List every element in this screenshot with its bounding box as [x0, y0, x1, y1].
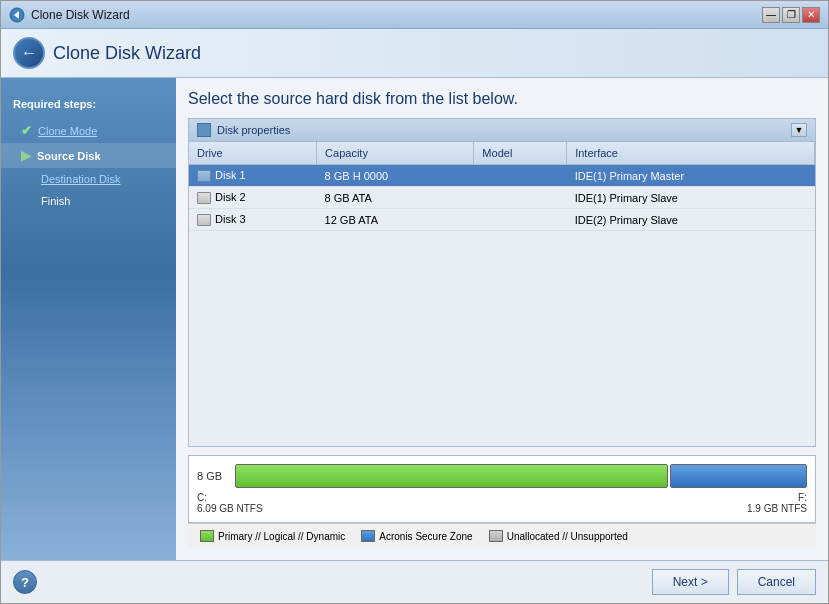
legend-acronis: Acronis Secure Zone	[361, 530, 472, 542]
legend: Primary // Logical // Dynamic Acronis Se…	[188, 523, 816, 548]
cell-interface: IDE(2) Primary Slave	[567, 209, 815, 231]
partition-info: C: 6.09 GB NTFS F: 1.9 GB NTFS	[197, 492, 807, 514]
next-button[interactable]: Next >	[652, 569, 729, 595]
app-title: Clone Disk Wizard	[53, 43, 201, 64]
legend-acronis-label: Acronis Secure Zone	[379, 531, 472, 542]
window-title: Clone Disk Wizard	[31, 8, 130, 22]
page-title: Select the source hard disk from the lis…	[188, 90, 816, 108]
clone-mode-link[interactable]: Clone Mode	[38, 125, 97, 137]
partition-bars	[235, 464, 807, 488]
title-bar: Clone Disk Wizard — ❐ ✕	[1, 1, 828, 29]
table-header-row: Drive Capacity Model Interface	[189, 142, 815, 165]
table-row[interactable]: Disk 28 GB ATAIDE(1) Primary Slave	[189, 187, 815, 209]
close-button[interactable]: ✕	[802, 7, 820, 23]
partition-c-info: C: 6.09 GB NTFS	[197, 492, 679, 514]
disk-visual: 8 GB	[197, 464, 807, 488]
legend-unallocated: Unallocated // Unsupported	[489, 530, 628, 542]
disk-icon	[197, 170, 211, 182]
partition-c-letter: C:	[197, 492, 207, 503]
disk-properties-panel: Disk properties ▼ Drive Capacity Model I…	[188, 118, 816, 447]
logo-arrow: ←	[21, 44, 37, 62]
partition-bar-f	[670, 464, 807, 488]
sidebar-item-source-disk[interactable]: ▶ Source Disk	[1, 143, 176, 168]
panel-header: Disk properties ▼	[189, 119, 815, 142]
panel-header-left: Disk properties	[197, 123, 290, 137]
disk-size-label: 8 GB	[197, 470, 227, 482]
title-bar-left: Clone Disk Wizard	[9, 7, 130, 23]
col-drive: Drive	[189, 142, 317, 165]
sidebar-item-finish[interactable]: Finish	[1, 190, 176, 212]
cell-model	[474, 209, 567, 231]
source-disk-label: Source Disk	[37, 150, 101, 162]
legend-primary: Primary // Logical // Dynamic	[200, 530, 345, 542]
restore-button[interactable]: ❐	[782, 7, 800, 23]
sidebar: Required steps: ✔ Clone Mode ▶ Source Di…	[1, 78, 176, 560]
disk-visual-panel: 8 GB C: 6.09 GB NTFS F: 1.9 GB NTFS	[188, 455, 816, 523]
finish-label: Finish	[41, 195, 70, 207]
panel-header-icon	[197, 123, 211, 137]
panel-expand-button[interactable]: ▼	[791, 123, 807, 137]
title-controls: — ❐ ✕	[762, 7, 820, 23]
sidebar-item-clone-mode[interactable]: ✔ Clone Mode	[1, 118, 176, 143]
main-content: Select the source hard disk from the lis…	[176, 78, 828, 560]
disk-icon	[197, 192, 211, 204]
minimize-button[interactable]: —	[762, 7, 780, 23]
main-window: Clone Disk Wizard — ❐ ✕ ← Clone Disk Wiz…	[0, 0, 829, 604]
cell-capacity: 8 GB ATA	[317, 187, 474, 209]
partition-c-size: 6.09 GB NTFS	[197, 503, 263, 514]
cell-interface: IDE(1) Primary Master	[567, 165, 815, 187]
panel-title: Disk properties	[217, 124, 290, 136]
cell-drive: Disk 2	[189, 187, 317, 209]
check-icon: ✔	[21, 123, 32, 138]
arrow-icon: ▶	[21, 148, 31, 163]
sidebar-header: Required steps:	[1, 94, 176, 118]
legend-blue-box	[361, 530, 375, 542]
window-icon	[9, 7, 25, 23]
destination-disk-link[interactable]: Destination Disk	[41, 173, 120, 185]
cell-model	[474, 187, 567, 209]
footer-left: ?	[13, 570, 37, 594]
footer-right: Next > Cancel	[652, 569, 816, 595]
legend-unallocated-label: Unallocated // Unsupported	[507, 531, 628, 542]
content-area: Required steps: ✔ Clone Mode ▶ Source Di…	[1, 78, 828, 560]
table-row[interactable]: Disk 18 GB H 0000IDE(1) Primary Master	[189, 165, 815, 187]
partition-f-info: F: 1.9 GB NTFS	[687, 492, 807, 514]
disk-icon	[197, 214, 211, 226]
cell-model	[474, 165, 567, 187]
cell-interface: IDE(1) Primary Slave	[567, 187, 815, 209]
legend-green-box	[200, 530, 214, 542]
legend-gray-box	[489, 530, 503, 542]
disk-table: Drive Capacity Model Interface Disk 18 G…	[189, 142, 815, 231]
footer: ? Next > Cancel	[1, 560, 828, 603]
table-row[interactable]: Disk 312 GB ATAIDE(2) Primary Slave	[189, 209, 815, 231]
partition-bar-c	[235, 464, 668, 488]
cell-drive: Disk 3	[189, 209, 317, 231]
partition-f-letter: F:	[798, 492, 807, 503]
legend-primary-label: Primary // Logical // Dynamic	[218, 531, 345, 542]
cell-capacity: 8 GB H 0000	[317, 165, 474, 187]
col-interface: Interface	[567, 142, 815, 165]
help-button[interactable]: ?	[13, 570, 37, 594]
cell-drive: Disk 1	[189, 165, 317, 187]
partition-f-size: 1.9 GB NTFS	[747, 503, 807, 514]
cancel-button[interactable]: Cancel	[737, 569, 816, 595]
col-capacity: Capacity	[317, 142, 474, 165]
logo-icon: ←	[13, 37, 45, 69]
cell-capacity: 12 GB ATA	[317, 209, 474, 231]
sidebar-item-destination-disk[interactable]: Destination Disk	[1, 168, 176, 190]
col-model: Model	[474, 142, 567, 165]
disk-table-container: Drive Capacity Model Interface Disk 18 G…	[189, 142, 815, 446]
app-header: ← Clone Disk Wizard	[1, 29, 828, 78]
